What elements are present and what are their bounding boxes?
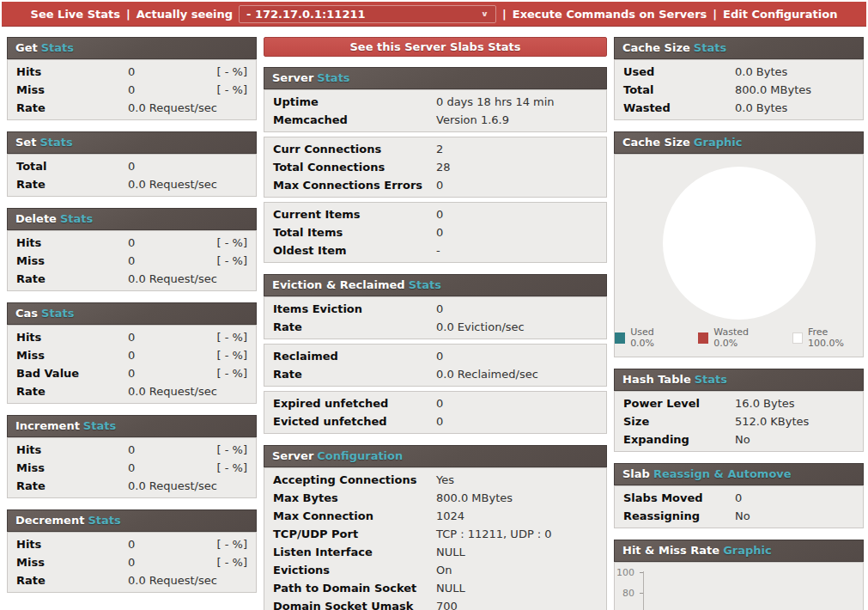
stat-label: Rate [16, 101, 128, 114]
stat-label: Miss [16, 349, 128, 362]
row-rate: Rate0.0 Request/sec [8, 382, 256, 400]
row-evicted-unfetched: Evicted unfetched0 [264, 412, 606, 430]
stat-label: Miss [16, 461, 128, 474]
panel-title: Server [272, 449, 313, 462]
chevron-down-icon: ∨ [481, 9, 489, 18]
panel-title: Delete [15, 212, 57, 225]
row-evictions: EvictionsOn [264, 561, 606, 579]
row-oldest-item: Oldest Item- [264, 241, 606, 259]
legend-item-free: Free 100.0% [792, 326, 863, 349]
panel-get-stats: GetStatsHits0[ - %]Miss0[ - %]Rate0.0 Re… [7, 37, 257, 120]
execute-commands-link[interactable]: Execute Commands on Servers [513, 8, 707, 21]
main-layout: GetStatsHits0[ - %]Miss0[ - %]Rate0.0 Re… [0, 27, 868, 610]
row-hits: Hits0[ - %] [8, 328, 256, 346]
stat-label: Evictions [273, 564, 436, 576]
row-items-eviction: Items Eviction0 [264, 300, 606, 318]
stat-block: Slabs Moved0ReassigningNo [614, 485, 864, 528]
y-tick-label: 100 [614, 567, 634, 578]
row-curr-connections: Curr Connections2 [264, 140, 606, 158]
panel-subtitle: Configuration [317, 449, 403, 462]
stat-value: 16.0 Bytes [735, 397, 795, 410]
stat-label: Current Items [273, 208, 436, 221]
stat-label: Rate [16, 272, 128, 285]
panel-hit-miss-rate-graphic: Hit & Miss RateGraphic100806040200 [614, 540, 864, 610]
stat-value: 0 [128, 349, 135, 362]
panel-cache-size-graphic: Cache SizeGraphicUsed 0.0%Wasted 0.0%Fre… [614, 131, 864, 357]
stat-value: 0 [128, 538, 135, 551]
row-miss: Miss0[ - %] [8, 81, 256, 99]
panel-title: Cas [15, 307, 38, 320]
stat-value: 0 [436, 302, 443, 315]
panel-slab-reassign-automove: SlabReassign & AutomoveSlabs Moved0Reass… [614, 463, 864, 528]
panel-set-stats: SetStatsTotal0Rate0.0 Request/sec [7, 131, 257, 197]
stat-value: 700 [436, 600, 458, 610]
row-bad-value: Bad Value0[ - %] [8, 364, 256, 382]
row-max-connection: Max Connection1024 [264, 507, 606, 525]
panel-title: Hit & Miss Rate [622, 544, 719, 557]
row-tcp-udp-port: TCP/UDP PortTCP : 11211, UDP : 0 [264, 525, 606, 543]
row-total: Total0 [8, 157, 256, 175]
stat-block: Curr Connections2Total Connections28Max … [264, 137, 607, 198]
server-select[interactable]: - 172.17.0.1:11211 ∨ [239, 5, 496, 23]
actually-seeing-label: Actually seeing [137, 8, 233, 21]
panel-header: Cache SizeStats [614, 37, 864, 59]
y-tick: 80 [615, 593, 643, 603]
panel-title: Server [272, 71, 313, 84]
stat-block: Reclaimed0Rate0.0 Reclaimed/sec [264, 344, 607, 387]
stat-percent: [ - %] [217, 367, 247, 380]
panel-header: DecrementStats [7, 509, 257, 532]
legend-label: Used 0.0% [630, 326, 677, 349]
see-live-stats-link[interactable]: See Live Stats [31, 8, 120, 21]
cache-size-pie-chart: Used 0.0%Wasted 0.0%Free 100.0% [614, 154, 864, 357]
stat-block: Hits0[ - %]Miss0[ - %]Rate0.0 Request/se… [7, 437, 257, 498]
stat-block: Current Items0Total Items0Oldest Item- [264, 202, 607, 263]
panel-title: Decrement [15, 514, 84, 527]
stat-label: Bad Value [16, 367, 128, 380]
see-server-slabs-stats-button[interactable]: See this Server Slabs Stats [264, 37, 607, 57]
edit-configuration-link[interactable]: Edit Configuration [723, 8, 837, 21]
stat-label: TCP/UDP Port [273, 528, 436, 540]
row-uptime: Uptime0 days 18 hrs 14 min [264, 93, 606, 111]
stat-value: - [436, 244, 440, 257]
panel-subtitle: Stats [695, 373, 727, 386]
stat-label: Miss [16, 556, 128, 569]
stat-percent: [ - %] [217, 461, 247, 474]
stat-label: Total [623, 83, 735, 96]
stat-block: Hits0[ - %]Miss0[ - %]Bad Value0[ - %]Ra… [7, 325, 257, 404]
panel-title: Hash Table [622, 373, 691, 386]
row-total-items: Total Items0 [264, 223, 606, 241]
stat-label: Max Connections Errors [273, 179, 436, 192]
panel-eviction-reclaimed-stats: Eviction & ReclaimedStatsItems Eviction0… [264, 274, 607, 434]
panel-title: Set [15, 136, 36, 149]
stat-value: 0.0 Request/sec [128, 272, 217, 285]
stat-value: 0.0 Reclaimed/sec [436, 368, 538, 381]
stat-label: Total [16, 160, 128, 173]
panel-header: DeleteStats [7, 208, 257, 230]
stat-percent: [ - %] [217, 65, 247, 78]
row-hits: Hits0[ - %] [8, 535, 256, 553]
stat-value: 0 [128, 160, 135, 173]
row-max-bytes: Max Bytes800.0 MBytes [264, 489, 606, 507]
stat-value: 2 [436, 143, 443, 156]
row-expanding: ExpandingNo [615, 430, 863, 448]
stat-label: Uptime [273, 95, 436, 108]
panel-header: SlabReassign & Automove [614, 463, 864, 485]
row-rate: Rate0.0 Eviction/sec [264, 318, 606, 336]
stat-label: Expired unfetched [273, 397, 436, 410]
row-rate: Rate0.0 Request/sec [8, 175, 256, 193]
panel-header: ServerStats [264, 67, 607, 89]
panel-decrement-stats: DecrementStatsHits0[ - %]Miss0[ - %]Rate… [7, 509, 257, 593]
panel-hash-table-stats: Hash TableStatsPower Level16.0 BytesSize… [614, 369, 864, 452]
stat-label: Hits [16, 236, 128, 249]
y-tick-mark [640, 572, 643, 573]
stat-label: Rate [16, 385, 128, 398]
panel-header: ServerConfiguration [264, 445, 607, 467]
stat-block: Power Level16.0 BytesSize512.0 KBytesExp… [614, 391, 864, 452]
stat-value: 0.0 Request/sec [128, 178, 217, 191]
y-tick: 100 [615, 572, 643, 583]
panel-header: CasStats [7, 302, 257, 325]
panel-increment-stats: IncrementStatsHits0[ - %]Miss0[ - %]Rate… [7, 415, 257, 498]
row-domain-socket-umask: Domain Socket Umask700 [264, 597, 606, 610]
pie-legend: Used 0.0%Wasted 0.0%Free 100.0% [615, 326, 863, 349]
stat-value: 0 [436, 208, 443, 221]
